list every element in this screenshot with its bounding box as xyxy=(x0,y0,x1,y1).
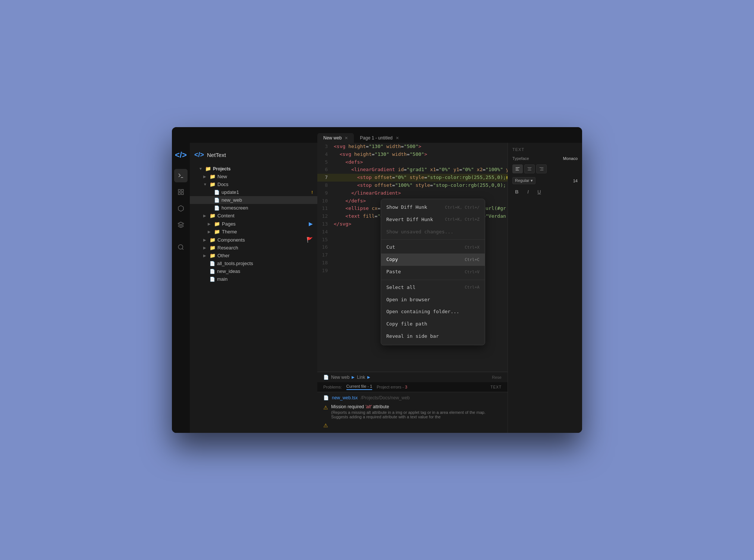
ctx-reveal-sidebar[interactable]: Reveal in side bar xyxy=(381,330,485,343)
ctx-cut[interactable]: Cut Ctrl+X xyxy=(381,241,485,254)
italic-button[interactable]: I xyxy=(524,187,532,196)
folder-icon: 📁 xyxy=(210,237,216,243)
error-desc: (Reports a missing alt attribute in a im… xyxy=(331,410,502,419)
svg-marker-5 xyxy=(178,222,184,225)
folder-label-research: Research xyxy=(217,245,238,251)
sidebar-icon-terminal[interactable] xyxy=(174,169,188,182)
ctx-label: Copy xyxy=(386,256,398,264)
file-icon: 📄 xyxy=(210,269,215,274)
ctx-label: Show Diff Hunk xyxy=(386,204,427,211)
file-icon: 📄 xyxy=(214,190,220,195)
folder-icon: 📁 xyxy=(210,213,216,218)
bottom-file-name: New web xyxy=(331,375,349,380)
arrow-icon: ▶ xyxy=(352,375,355,379)
chevron-icon: ▼ xyxy=(199,167,203,171)
line-content: <svg height="130" width="500"> xyxy=(334,151,502,158)
weight-label: Regular xyxy=(515,178,530,183)
folder-icon: 📁 xyxy=(214,221,220,227)
align-left-button[interactable] xyxy=(512,164,523,173)
chevron-icon: ▶ xyxy=(203,174,208,179)
line-content: <stop offset="100%" style="stop-color:rg… xyxy=(334,182,506,189)
app-window: New web ✕ Page 1 - untitled ✕ </> xyxy=(172,127,582,433)
sidebar-item-components[interactable]: ▶ 📁 Components 🚩 xyxy=(190,236,317,244)
tab-page1[interactable]: Page 1 - untitled ✕ xyxy=(354,133,405,143)
main-row: </> xyxy=(172,143,582,433)
ctx-shortcut: Ctrl+K, Ctrl+Z xyxy=(445,216,480,223)
sidebar-logo: </> xyxy=(194,151,204,159)
sidebar-item-theme[interactable]: ▶ 📁 Theme xyxy=(190,228,317,236)
code-line: 5 <defs> xyxy=(317,158,508,166)
align-center-button[interactable] xyxy=(524,164,535,173)
folder-label-theme: Theme xyxy=(222,229,237,235)
warning-icon: ⚠ xyxy=(323,405,328,410)
chevron-icon: ▶ xyxy=(208,230,212,234)
ctx-label: Revert Diff Hunk xyxy=(386,216,433,224)
text-section-label: TEXT xyxy=(490,385,502,389)
sidebar-item-new-ideas[interactable]: ▶ 📄 new_ideas xyxy=(190,267,317,275)
bottom-bar: 📄 New web ▶ Link ▶ Rese xyxy=(317,372,508,382)
badge-warning: ! xyxy=(311,190,313,195)
sidebar-item-update1[interactable]: ▶ 📄 update1 ! xyxy=(190,188,317,196)
ctx-open-folder[interactable]: Open containing folder... xyxy=(381,306,485,318)
tab-close-new-web[interactable]: ✕ xyxy=(345,136,348,140)
error-item-2: ⚠ xyxy=(323,421,502,430)
arrow-icon: ▶ xyxy=(367,375,370,379)
line-number: 19 xyxy=(317,267,334,275)
sidebar-item-research[interactable]: ▶ 📁 Research xyxy=(190,244,317,252)
align-right-button[interactable] xyxy=(536,164,547,173)
bold-button[interactable]: B xyxy=(512,187,521,196)
error-content: Mission required 'alt' attribute (Report… xyxy=(331,404,502,419)
sidebar-item-docs[interactable]: ▼ 📁 Docs xyxy=(190,180,317,188)
tab-label: New web xyxy=(323,135,342,141)
line-number: 9 xyxy=(317,189,334,197)
tab-new-web[interactable]: New web ✕ xyxy=(317,133,354,143)
ctx-revert-diff[interactable]: Revert Diff Hunk Ctrl+K, Ctrl+Z xyxy=(381,214,485,226)
underline-button[interactable]: U xyxy=(535,187,544,196)
sidebar-icon-grid[interactable] xyxy=(174,185,188,199)
folder-label-new: New xyxy=(217,174,227,179)
code-editor[interactable]: 3 <svg height="130" width="500"> 4 <svg … xyxy=(317,143,508,372)
ctx-open-browser[interactable]: Open in browser xyxy=(381,294,485,306)
sidebar-item-homescreen[interactable]: ▶ 📄 homescreen xyxy=(190,204,317,212)
right-status: TEXT xyxy=(490,385,502,389)
file-icon: 📄 xyxy=(214,198,220,203)
align-buttons xyxy=(512,164,578,173)
line-number: 7 xyxy=(317,174,334,182)
typeface-value: Monaco xyxy=(563,156,578,161)
logo-icon: </> xyxy=(175,150,187,160)
ctx-copy[interactable]: Copy Ctrl+C xyxy=(381,254,485,266)
ctx-select-all[interactable]: Select all Ctrl+A xyxy=(381,281,485,294)
ctx-paste[interactable]: Paste Ctrl+V xyxy=(381,266,485,278)
file-icon-purple: 📄 xyxy=(210,261,215,266)
ctx-shortcut: Ctrl+V xyxy=(465,269,480,276)
folder-icon: 📁 xyxy=(214,229,220,235)
weight-row: Regular ▾ 14 xyxy=(512,177,578,184)
sidebar-item-new-web[interactable]: ▶ 📄 new_web xyxy=(190,196,317,204)
sidebar-item-new[interactable]: ▶ 📁 New xyxy=(190,173,317,180)
sidebar-icon-search[interactable] xyxy=(174,240,188,254)
code-line: 4 <svg height="130" width="500"> xyxy=(317,151,508,158)
ctx-shortcut: Ctrl+A xyxy=(465,284,480,291)
weight-select[interactable]: Regular ▾ xyxy=(512,177,535,184)
ctx-copy-path[interactable]: Copy file path xyxy=(381,318,485,330)
ctx-show-diff[interactable]: Show Diff Hunk Ctrl+K, Ctrl+/ xyxy=(381,201,485,214)
folder-label-content: Content xyxy=(217,213,235,218)
sidebar-item-other[interactable]: ▶ 📁 Other xyxy=(190,252,317,259)
error-highlight: 'alt' xyxy=(365,404,371,409)
font-size-value: 14 xyxy=(573,179,578,183)
sidebar-icon-package[interactable] xyxy=(174,202,188,215)
ctx-shortcut: Ctrl+C xyxy=(465,257,480,263)
file-icon: 📄 xyxy=(214,205,220,211)
sidebar-item-pages[interactable]: ▶ 📁 Pages ▶ xyxy=(190,220,317,228)
sidebar-item-main[interactable]: ▶ 📄 main xyxy=(190,275,317,283)
sidebar-icon-layers[interactable] xyxy=(174,218,188,232)
line-content: <defs> xyxy=(334,158,502,166)
chevron-icon: ▶ xyxy=(203,254,208,258)
problems-section: Problems: Current file - 1 Project error… xyxy=(323,384,407,390)
line-number: 12 xyxy=(317,213,334,220)
sidebar-item-all-tools[interactable]: ▶ 📄 all_tools.projects xyxy=(190,259,317,267)
sidebar-item-content[interactable]: ▶ 📁 Content xyxy=(190,212,317,220)
tab-close-page1[interactable]: ✕ xyxy=(396,136,399,140)
current-file-tab[interactable]: Current file - 1 xyxy=(346,384,373,390)
sidebar: </> xyxy=(172,143,317,433)
